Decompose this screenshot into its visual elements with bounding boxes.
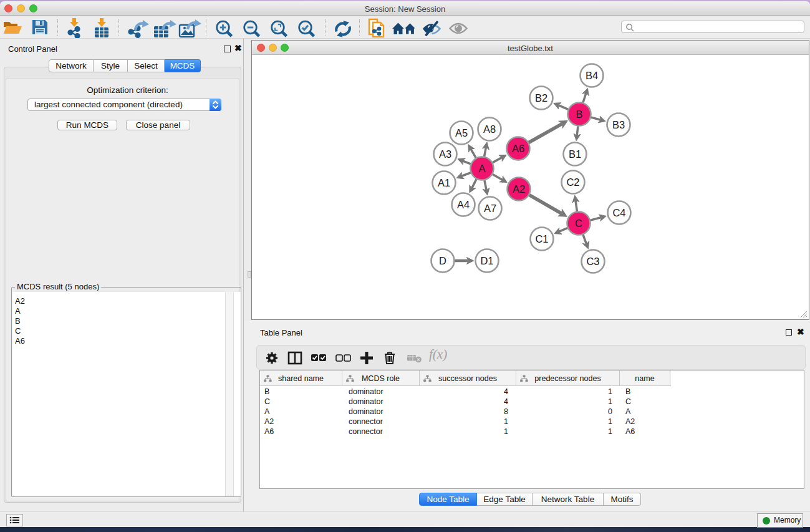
svg-text:D1: D1	[480, 255, 493, 266]
svg-text:A3: A3	[439, 148, 451, 160]
svg-text:C4: C4	[612, 207, 625, 218]
svg-text:C: C	[575, 218, 582, 229]
svg-text:B2: B2	[535, 92, 547, 104]
svg-text:A4: A4	[457, 199, 470, 210]
svg-text:D: D	[439, 255, 446, 266]
svg-text:A1: A1	[438, 177, 450, 188]
svg-text:C2: C2	[566, 177, 579, 188]
svg-text:A2: A2	[513, 183, 525, 195]
svg-text:C1: C1	[535, 233, 548, 244]
svg-text:A8: A8	[483, 123, 496, 135]
svg-text:B: B	[576, 109, 582, 120]
svg-text:B3: B3	[612, 119, 625, 130]
svg-text:C3: C3	[586, 256, 599, 267]
svg-text:B4: B4	[586, 70, 598, 81]
svg-text:A7: A7	[484, 203, 496, 214]
svg-text:B1: B1	[569, 148, 581, 160]
svg-text:A5: A5	[455, 127, 468, 138]
svg-text:A: A	[478, 163, 485, 174]
svg-text:A6: A6	[512, 143, 524, 154]
